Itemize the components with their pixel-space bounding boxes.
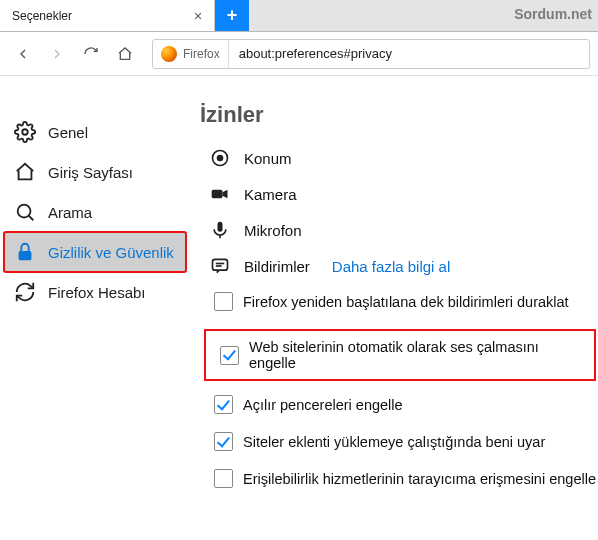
checkbox-icon[interactable]: [214, 395, 233, 414]
watermark-text: Sordum.net: [514, 6, 592, 22]
highlight-autoplay: Web sitelerinin otomatik olarak ses çalm…: [204, 329, 596, 381]
back-button[interactable]: [8, 39, 38, 69]
checkbox-icon[interactable]: [214, 432, 233, 451]
sidebar-item-label: Firefox Hesabı: [48, 284, 146, 301]
sidebar-item-label: Genel: [48, 124, 88, 141]
svg-rect-6: [212, 190, 223, 198]
sidebar-item-privacy[interactable]: Gizlilik ve Güvenlik: [4, 232, 186, 272]
reload-button[interactable]: [76, 39, 106, 69]
perm-location: Konum: [200, 148, 598, 168]
sidebar-item-label: Gizlilik ve Güvenlik: [48, 244, 174, 261]
perm-label: Kamera: [244, 186, 297, 203]
sidebar-item-general[interactable]: Genel: [4, 112, 186, 152]
sidebar-item-label: Giriş Sayfası: [48, 164, 133, 181]
search-icon: [14, 201, 36, 223]
new-tab-button[interactable]: +: [215, 0, 249, 31]
camera-icon: [210, 184, 230, 204]
tab-title: Seçenekler: [12, 9, 190, 23]
toolbar: Firefox about:preferences#privacy: [0, 32, 598, 76]
firefox-icon: [161, 46, 177, 62]
url-text: about:preferences#privacy: [229, 46, 402, 61]
tab-bar: Seçenekler × + Sordum.net: [0, 0, 598, 32]
sidebar: Genel Giriş Sayfası Arama Gizlilik ve Gü…: [0, 76, 190, 540]
url-bar[interactable]: Firefox about:preferences#privacy: [152, 39, 590, 69]
gear-icon: [14, 121, 36, 143]
check-label: Web sitelerinin otomatik olarak ses çalm…: [249, 339, 588, 371]
lock-icon: [14, 241, 36, 263]
svg-line-2: [29, 216, 34, 221]
check-label: Erişilebilirlik hizmetlerinin tarayıcıma…: [243, 471, 596, 487]
sidebar-item-home[interactable]: Giriş Sayfası: [4, 152, 186, 192]
svg-point-1: [18, 205, 31, 218]
forward-button[interactable]: [42, 39, 72, 69]
svg-rect-9: [213, 259, 228, 270]
check-warn-addons[interactable]: Siteler eklenti yüklemeye çalıştığında b…: [214, 432, 598, 451]
tab-preferences[interactable]: Seçenekler ×: [0, 0, 215, 31]
svg-rect-7: [218, 222, 223, 232]
check-label: Firefox yeniden başlatılana dek bildirim…: [243, 294, 569, 310]
svg-rect-3: [19, 251, 32, 260]
close-icon[interactable]: ×: [190, 8, 206, 24]
notification-icon: [210, 256, 230, 276]
home-button[interactable]: [110, 39, 140, 69]
checkbox-icon[interactable]: [220, 346, 239, 365]
sync-icon: [14, 281, 36, 303]
check-label: Siteler eklenti yüklemeye çalıştığında b…: [243, 434, 545, 450]
perm-label: Mikrofon: [244, 222, 302, 239]
check-block-a11y[interactable]: Erişilebilirlik hizmetlerinin tarayıcıma…: [214, 469, 598, 488]
section-title: İzinler: [200, 102, 598, 128]
svg-point-0: [22, 129, 28, 135]
checkbox-icon[interactable]: [214, 469, 233, 488]
sidebar-item-label: Arama: [48, 204, 92, 221]
notifications-learn-more-link[interactable]: Daha fazla bilgi al: [332, 258, 450, 275]
content-area: İzinler Konum Kamera Mikrofon Bildirimle…: [190, 76, 598, 540]
checkbox-icon[interactable]: [214, 292, 233, 311]
location-icon: [210, 148, 230, 168]
home-icon: [14, 161, 36, 183]
perm-microphone: Mikrofon: [200, 220, 598, 240]
check-block-autoplay[interactable]: Web sitelerinin otomatik olarak ses çalm…: [220, 339, 588, 371]
microphone-icon: [210, 220, 230, 240]
perm-label: Konum: [244, 150, 292, 167]
sidebar-item-search[interactable]: Arama: [4, 192, 186, 232]
check-block-popups[interactable]: Açılır pencereleri engelle: [214, 395, 598, 414]
svg-point-5: [218, 156, 223, 161]
perm-notifications: Bildirimler Daha fazla bilgi al: [200, 256, 598, 276]
check-label: Açılır pencereleri engelle: [243, 397, 403, 413]
perm-camera: Kamera: [200, 184, 598, 204]
perm-label: Bildirimler: [244, 258, 310, 275]
identity-box[interactable]: Firefox: [153, 40, 229, 68]
url-brand: Firefox: [183, 47, 220, 61]
sidebar-item-account[interactable]: Firefox Hesabı: [4, 272, 186, 312]
check-pause-notifications[interactable]: Firefox yeniden başlatılana dek bildirim…: [214, 292, 598, 311]
